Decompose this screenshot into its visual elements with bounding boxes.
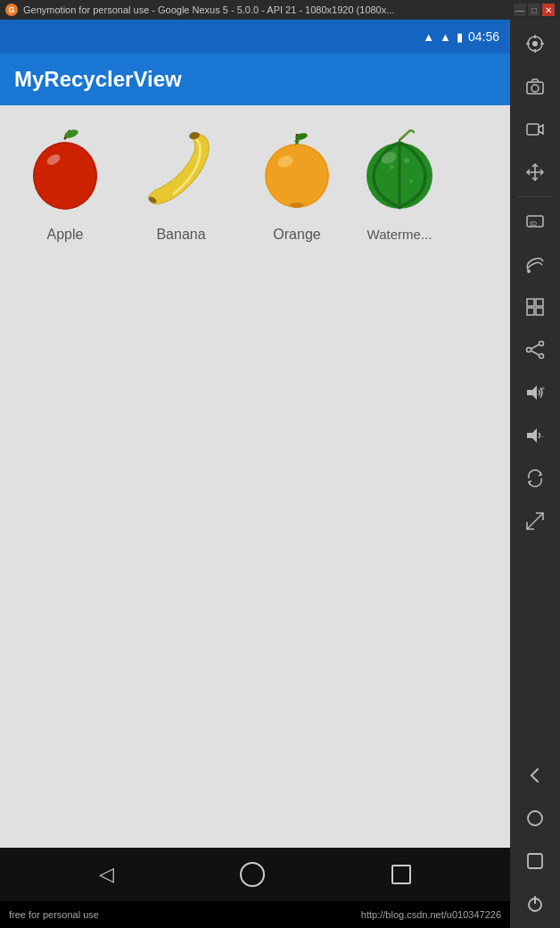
time-display: 04:56 [468,29,499,44]
scale-button[interactable] [514,501,556,542]
signal-icon: ▲ [440,30,451,44]
close-button[interactable]: ✕ [542,4,555,16]
svg-point-16 [404,158,409,163]
id-button[interactable]: ID [514,201,556,242]
svg-text:-: - [541,432,544,440]
home-sidebar-button[interactable] [514,798,556,839]
watermark-bar: free for personal use http://blog.csdn.n… [0,901,510,928]
svg-text:ID: ID [530,220,537,228]
svg-rect-35 [527,308,534,315]
watermark-right-text: http://blog.csdn.net/u010347226 [361,909,501,920]
phone-area: ▲ ▲ ▮ 04:56 MyRecyclerView [0,20,510,928]
svg-point-9 [265,144,329,208]
main-container: ▲ ▲ ▮ 04:56 MyRecyclerView [0,20,560,928]
title-bar: G Genymotion for personal use - Google N… [0,0,560,20]
svg-line-46 [527,513,543,529]
svg-point-32 [527,269,531,273]
app-title: MyRecyclerView [14,67,182,92]
watermelon-label: Waterme... [367,227,432,242]
back-sidebar-button[interactable] [514,755,556,796]
camera-button[interactable] [514,66,556,107]
power-button[interactable] [514,883,556,924]
content-area: Apple [0,105,510,848]
watermelon-image [355,127,444,216]
title-bar-text: Genymotion for personal use - Google Nex… [23,4,508,15]
apple-label: Apple [47,227,84,243]
move-button[interactable] [514,152,556,193]
grid-button[interactable] [514,286,556,327]
svg-marker-42 [527,385,537,400]
rotate-button[interactable] [514,458,556,499]
banana-label: Banana [156,227,205,243]
volume-down-button[interactable]: - [514,415,556,456]
sidebar: ID [510,20,560,928]
home-nav-button[interactable] [240,862,265,887]
sidebar-divider-1 [517,196,553,197]
fruit-item-orange[interactable]: Orange [239,120,355,253]
fruit-item-banana[interactable]: Banana [123,120,239,253]
gps-button[interactable] [514,23,556,64]
svg-line-41 [531,351,539,355]
fruit-item-watermelon[interactable]: Waterme... [355,120,444,253]
recents-sidebar-button[interactable] [514,841,556,882]
cast-button[interactable] [514,244,556,285]
minimize-button[interactable]: — [514,4,526,16]
svg-marker-44 [527,428,537,443]
svg-point-2 [33,142,97,210]
svg-text:+: + [541,385,545,392]
svg-rect-27 [527,124,539,135]
fruit-item-apple[interactable]: Apple [7,120,123,253]
svg-point-37 [539,342,544,346]
maximize-button[interactable]: □ [528,4,540,16]
bottom-nav-bar: ◁ [0,848,510,901]
fruit-grid: Apple [7,120,503,253]
app-icon: G [5,4,18,16]
back-nav-button[interactable]: ◁ [99,863,114,886]
recents-nav-button[interactable] [391,865,411,884]
banana-image [136,127,226,216]
video-button[interactable] [514,109,556,150]
svg-point-39 [539,354,544,359]
svg-rect-48 [528,854,542,868]
svg-rect-34 [536,299,543,306]
title-bar-controls: — □ ✕ [514,4,555,16]
svg-point-47 [528,811,542,825]
wifi-status-icon: ▲ [423,30,434,44]
svg-point-12 [290,203,304,208]
app-bar: MyRecyclerView [0,54,510,105]
volume-up-button[interactable]: + [514,372,556,413]
share-button[interactable] [514,329,556,370]
svg-point-26 [531,85,539,92]
svg-point-18 [409,179,413,183]
watermark-left-text: free for personal use [9,909,99,920]
svg-rect-33 [527,299,534,306]
svg-line-40 [531,344,539,349]
svg-point-20 [532,41,538,46]
svg-point-17 [389,164,393,169]
svg-rect-36 [536,308,543,315]
status-bar: ▲ ▲ ▮ 04:56 [0,20,510,54]
svg-point-38 [527,348,531,352]
apple-image [21,127,110,216]
orange-image [252,127,342,216]
orange-label: Orange [273,227,320,243]
battery-icon: ▮ [457,30,463,44]
